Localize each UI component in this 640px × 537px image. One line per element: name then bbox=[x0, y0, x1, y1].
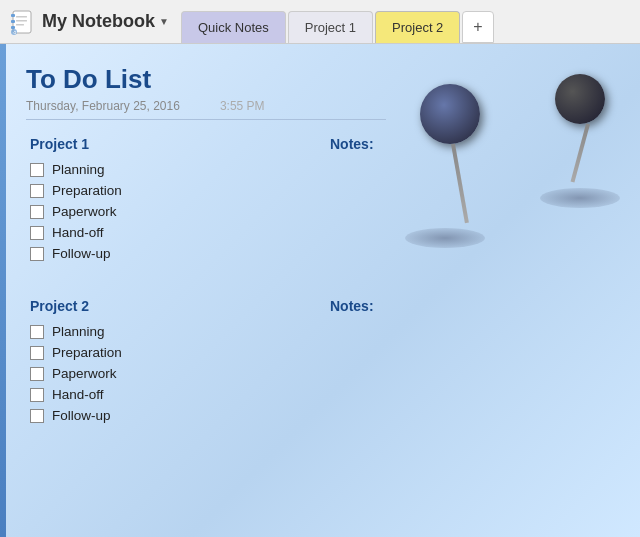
section-project2-checklist: Planning Preparation Paperwork Hand bbox=[26, 324, 406, 423]
item-label: Preparation bbox=[52, 345, 122, 360]
tab-project-2-label: Project 2 bbox=[392, 20, 443, 35]
list-item: Planning bbox=[30, 324, 406, 339]
section-project2-header: Project 2 Notes: bbox=[26, 298, 406, 314]
svg-rect-2 bbox=[11, 20, 15, 23]
section-project1-title: Project 1 bbox=[30, 136, 150, 152]
page-meta: Thursday, February 25, 2016 3:55 PM bbox=[26, 99, 386, 120]
section-project2-notes-label: Notes: bbox=[330, 298, 374, 314]
page-date: Thursday, February 25, 2016 bbox=[26, 99, 180, 113]
page-content: To Do List Thursday, February 25, 2016 3… bbox=[6, 44, 640, 423]
item-label: Preparation bbox=[52, 183, 122, 198]
tab-quick-notes-label: Quick Notes bbox=[198, 20, 269, 35]
item-label: Planning bbox=[52, 324, 105, 339]
svg-rect-6 bbox=[16, 24, 24, 26]
section-project1: Project 1 Notes: Planning Preparation bbox=[26, 136, 406, 261]
checkbox-paperwork-p2[interactable] bbox=[30, 367, 44, 381]
item-label: Hand-off bbox=[52, 387, 104, 402]
section-project1-checklist: Planning Preparation Paperwork Hand bbox=[26, 162, 406, 261]
sections-area: Project 1 Notes: Planning Preparation bbox=[26, 136, 406, 423]
checkbox-planning-p2[interactable] bbox=[30, 325, 44, 339]
svg-rect-5 bbox=[16, 20, 27, 22]
item-label: Follow-up bbox=[52, 408, 111, 423]
list-item: Hand-off bbox=[30, 225, 406, 240]
svg-rect-4 bbox=[16, 16, 27, 18]
title-bar: ♻ My Notebook ▼ Quick Notes Project 1 Pr… bbox=[0, 0, 640, 44]
main-content: To Do List Thursday, February 25, 2016 3… bbox=[0, 44, 640, 537]
item-label: Follow-up bbox=[52, 246, 111, 261]
checkbox-preparation-p1[interactable] bbox=[30, 184, 44, 198]
item-label: Paperwork bbox=[52, 204, 117, 219]
tab-project-2[interactable]: Project 2 bbox=[375, 11, 460, 43]
section-project2-title: Project 2 bbox=[30, 298, 150, 314]
list-item: Paperwork bbox=[30, 366, 406, 381]
list-item: Hand-off bbox=[30, 387, 406, 402]
section-project1-notes-label: Notes: bbox=[330, 136, 374, 152]
section-divider bbox=[26, 281, 406, 282]
tab-project-1[interactable]: Project 1 bbox=[288, 11, 373, 43]
dropdown-arrow[interactable]: ▼ bbox=[159, 16, 169, 27]
tab-bar: Quick Notes Project 1 Project 2 + bbox=[181, 0, 494, 43]
page-title: To Do List bbox=[26, 64, 640, 95]
list-item: Preparation bbox=[30, 183, 406, 198]
checkbox-handoff-p2[interactable] bbox=[30, 388, 44, 402]
list-item: Planning bbox=[30, 162, 406, 177]
checkbox-followup-p2[interactable] bbox=[30, 409, 44, 423]
list-item: Follow-up bbox=[30, 408, 406, 423]
section-project2: Project 2 Notes: Planning Preparation bbox=[26, 298, 406, 423]
checkbox-handoff-p1[interactable] bbox=[30, 226, 44, 240]
list-item: Paperwork bbox=[30, 204, 406, 219]
page-time: 3:55 PM bbox=[220, 99, 265, 113]
section-project1-header: Project 1 Notes: bbox=[26, 136, 406, 152]
page: To Do List Thursday, February 25, 2016 3… bbox=[6, 44, 640, 537]
checkbox-followup-p1[interactable] bbox=[30, 247, 44, 261]
tab-project-1-label: Project 1 bbox=[305, 20, 356, 35]
checkbox-paperwork-p1[interactable] bbox=[30, 205, 44, 219]
list-item: Follow-up bbox=[30, 246, 406, 261]
list-item: Preparation bbox=[30, 345, 406, 360]
item-label: Planning bbox=[52, 162, 105, 177]
svg-text:♻: ♻ bbox=[13, 30, 17, 35]
svg-rect-1 bbox=[11, 14, 15, 17]
tab-add-button[interactable]: + bbox=[462, 11, 493, 43]
notebook-title: My Notebook bbox=[42, 11, 155, 32]
tab-add-label: + bbox=[473, 18, 482, 36]
checkbox-preparation-p2[interactable] bbox=[30, 346, 44, 360]
notebook-icon: ♻ bbox=[8, 8, 36, 36]
checkbox-planning-p1[interactable] bbox=[30, 163, 44, 177]
item-label: Paperwork bbox=[52, 366, 117, 381]
tab-quick-notes[interactable]: Quick Notes bbox=[181, 11, 286, 43]
item-label: Hand-off bbox=[52, 225, 104, 240]
svg-rect-3 bbox=[11, 26, 15, 29]
